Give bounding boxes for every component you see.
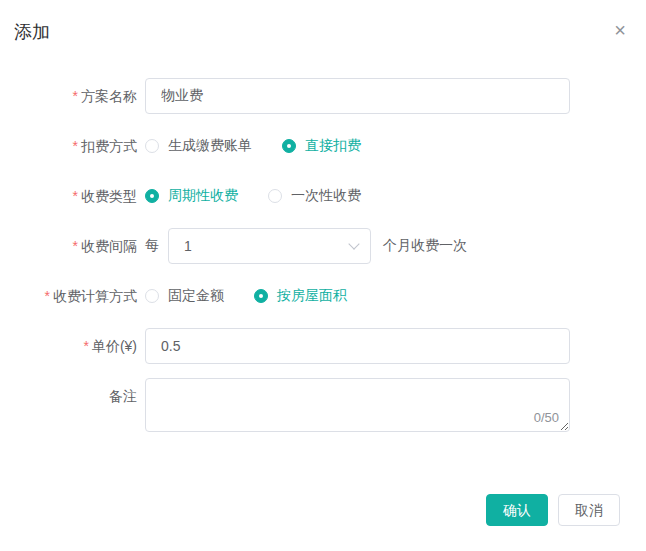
charge-interval-label: *收费间隔 — [0, 228, 145, 264]
remark-textarea-wrap: 0/50 — [145, 378, 570, 432]
required-asterisk: * — [83, 338, 88, 354]
form-row-charge-interval: *收费间隔 每 1 个月收费一次 — [0, 228, 646, 264]
form-row-calc-method: *收费计算方式 固定金额 按房屋面积 — [0, 278, 646, 314]
close-icon[interactable]: × — [614, 20, 626, 40]
radio-icon — [145, 289, 159, 303]
form-row-unit-price: *单价(¥) — [0, 328, 646, 364]
radio-onetime-charge[interactable]: 一次性收费 — [268, 187, 361, 205]
required-asterisk: * — [73, 88, 78, 104]
charge-type-radio-group: 周期性收费 一次性收费 — [145, 178, 391, 214]
unit-price-label: *单价(¥) — [0, 328, 145, 364]
required-asterisk: * — [73, 238, 78, 254]
radio-fixed-amount[interactable]: 固定金额 — [145, 287, 224, 305]
form-row-charge-type: *收费类型 周期性收费 一次性收费 — [0, 178, 646, 214]
required-asterisk: * — [73, 188, 78, 204]
remark-textarea[interactable] — [146, 379, 569, 431]
radio-icon — [282, 139, 296, 153]
deduct-method-radio-group: 生成缴费账单 直接扣费 — [145, 128, 391, 164]
plan-name-label: *方案名称 — [0, 78, 145, 114]
radio-icon — [254, 289, 268, 303]
required-asterisk: * — [45, 288, 50, 304]
add-dialog: 添加 × *方案名称 *扣费方式 生成缴费账单 直接扣费 — [0, 0, 646, 551]
interval-prefix: 每 — [145, 237, 159, 255]
radio-icon — [145, 139, 159, 153]
radio-icon — [145, 189, 159, 203]
dialog-title: 添加 — [14, 22, 50, 42]
charge-interval-control: 每 1 个月收费一次 — [145, 228, 467, 264]
form-row-remark: 备注 0/50 — [0, 378, 646, 432]
calc-method-radio-group: 固定金额 按房屋面积 — [145, 278, 377, 314]
radio-icon — [268, 189, 282, 203]
form-row-deduct-method: *扣费方式 生成缴费账单 直接扣费 — [0, 128, 646, 164]
remark-label: 备注 — [0, 378, 145, 414]
radio-by-house-area[interactable]: 按房屋面积 — [254, 287, 347, 305]
radio-periodic-charge[interactable]: 周期性收费 — [145, 187, 238, 205]
form-row-plan-name: *方案名称 — [0, 78, 646, 114]
plan-name-input[interactable] — [145, 78, 570, 114]
radio-direct-deduct[interactable]: 直接扣费 — [282, 137, 361, 155]
calc-method-label: *收费计算方式 — [0, 278, 145, 314]
charge-type-label: *收费类型 — [0, 178, 145, 214]
cancel-button[interactable]: 取消 — [558, 494, 620, 526]
chevron-down-icon — [348, 238, 359, 249]
interval-select-value: 1 — [184, 238, 192, 254]
dialog-footer: 确认 取消 — [0, 494, 646, 526]
interval-suffix: 个月收费一次 — [383, 237, 467, 255]
dialog-header: 添加 × — [0, 20, 646, 45]
radio-generate-bill[interactable]: 生成缴费账单 — [145, 137, 252, 155]
unit-price-input[interactable] — [145, 328, 570, 364]
deduct-method-label: *扣费方式 — [0, 128, 145, 164]
add-form: *方案名称 *扣费方式 生成缴费账单 直接扣费 * — [0, 78, 646, 432]
interval-select[interactable]: 1 — [168, 228, 371, 264]
required-asterisk: * — [73, 138, 78, 154]
confirm-button[interactable]: 确认 — [486, 494, 548, 526]
